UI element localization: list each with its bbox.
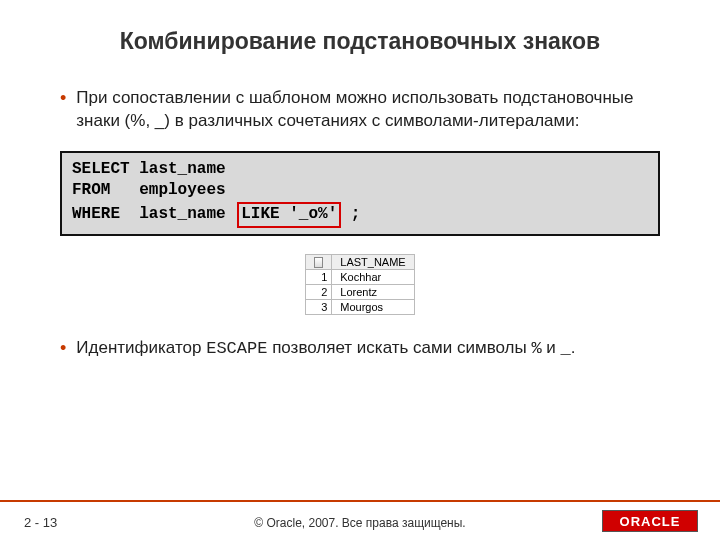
- slide-title: Комбинирование подстановочных знаков: [0, 28, 720, 55]
- row-number: 1: [306, 270, 332, 285]
- column-icon: [314, 257, 323, 268]
- bullet-2-escape-code: ESCAPE: [206, 339, 267, 358]
- bullet-2-and: и: [542, 338, 561, 357]
- table-row: 3 Mourgos: [306, 300, 414, 315]
- bullet-2-text: Идентификатор ESCAPE позволяет искать са…: [76, 337, 660, 361]
- code-line-2: FROM employees: [72, 180, 648, 202]
- bullet-2-end: .: [571, 338, 576, 357]
- code-line-3c: ;: [341, 205, 360, 223]
- slide-content: • При сопоставлении с шаблоном можно исп…: [0, 87, 720, 540]
- code-line-3a: WHERE last_name: [72, 205, 235, 223]
- row-number: 3: [306, 300, 332, 315]
- bullet-2: • Идентификатор ESCAPE позволяет искать …: [60, 337, 660, 361]
- table-row: 2 Lorentz: [306, 285, 414, 300]
- bullet-2-percent: %: [531, 339, 541, 358]
- code-highlight-like: LIKE '_o%': [237, 202, 341, 228]
- oracle-logo: ORACLE: [602, 510, 698, 532]
- bullet-2-underscore: _: [561, 339, 571, 358]
- cell-lastname: Lorentz: [332, 285, 414, 300]
- table-row: 1 Kochhar: [306, 270, 414, 285]
- column-header-lastname: LAST_NAME: [332, 254, 414, 270]
- row-number: 2: [306, 285, 332, 300]
- bullet-1-text: При сопоставлении с шаблоном можно испол…: [76, 87, 660, 133]
- bullet-1: • При сопоставлении с шаблоном можно исп…: [60, 87, 660, 133]
- table-corner-cell: [306, 254, 332, 270]
- slide: Комбинирование подстановочных знаков • П…: [0, 0, 720, 540]
- footer: 2 - 13 © Oracle, 2007. Все права защищен…: [0, 502, 720, 540]
- result-table: LAST_NAME 1 Kochhar 2 Lorentz 3 Mourgos: [305, 254, 414, 316]
- cell-lastname: Mourgos: [332, 300, 414, 315]
- bullet-2-mid: позволяет искать сами символы: [267, 338, 531, 357]
- cell-lastname: Kochhar: [332, 270, 414, 285]
- table-header-row: LAST_NAME: [306, 254, 414, 270]
- bullet-dot-icon: •: [60, 337, 66, 361]
- code-line-1: SELECT last_name: [72, 159, 648, 181]
- bullet-dot-icon: •: [60, 87, 66, 133]
- code-line-3: WHERE last_name LIKE '_o%' ;: [72, 202, 648, 228]
- bullet-2-pre: Идентификатор: [76, 338, 206, 357]
- sql-code-box: SELECT last_name FROM employees WHERE la…: [60, 151, 660, 236]
